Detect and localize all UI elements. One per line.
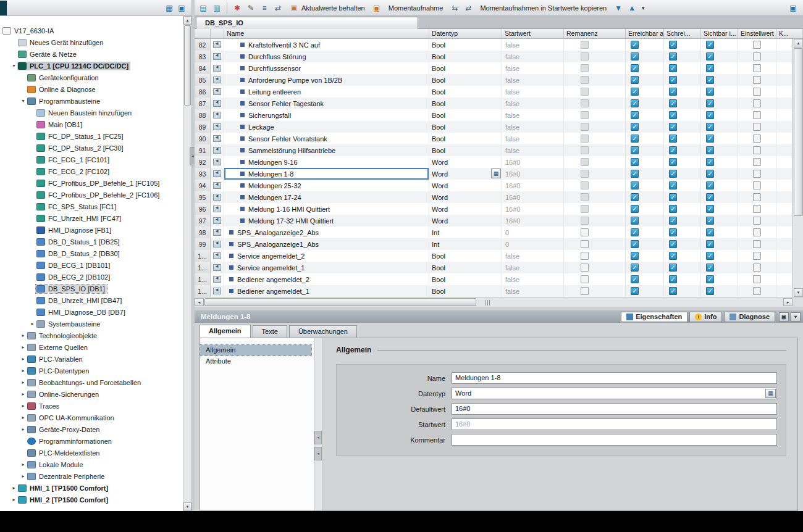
scroll-left-icon[interactable]: ◄ (195, 298, 204, 306)
properties-nav-item[interactable]: Allgemein (200, 345, 311, 355)
tree-item[interactable]: FC_Uhrzeit_HMI [FC47] (0, 212, 183, 224)
scrollbar-thumb[interactable] (184, 25, 191, 106)
table-vertical-scrollbar[interactable]: ▲ ▼ (792, 39, 803, 297)
tree-item[interactable]: ▸ Geräte-Proxy-Daten (0, 423, 183, 435)
table-row[interactable]: 1... Bediener angemeldet_1 Bool ▦ false (195, 285, 792, 297)
schreibbar-checkbox[interactable]: ✓ (669, 111, 677, 119)
tree-item[interactable]: ▸ HMI_1 [TP1500 Comfort] (0, 482, 183, 494)
tab-diagnose[interactable]: Diagnose (724, 312, 775, 322)
properties-tab[interactable]: Überwachungen (289, 325, 357, 338)
sichtbar-checkbox[interactable]: ✓ (706, 123, 714, 131)
insert-row-icon[interactable]: ▤ (197, 2, 209, 14)
tree-item[interactable]: DB_SPS_IO [DB1] (0, 283, 183, 294)
kommentar-cell[interactable] (776, 121, 792, 133)
datatype-cell[interactable]: Word ▦ (429, 203, 502, 215)
sichtbar-checkbox[interactable]: ✓ (706, 64, 714, 72)
sichtbar-checkbox[interactable]: ✓ (706, 88, 714, 96)
erreichbar-checkbox[interactable]: ✓ (631, 146, 639, 154)
datatype-cell[interactable]: Word ▦ (429, 191, 502, 203)
einstellwert-checkbox[interactable] (753, 76, 761, 84)
col-erreichbar[interactable]: Erreichbar a... (626, 29, 664, 38)
name-cell[interactable]: Service angemeldet_2 (224, 250, 429, 262)
refresh-interface-icon[interactable]: ⇄ (272, 2, 284, 14)
einstellwert-checkbox[interactable] (753, 228, 761, 236)
add-row-icon[interactable]: ▥ (211, 2, 223, 14)
kommentar-cell[interactable] (776, 285, 792, 297)
name-cell[interactable]: Leckage (224, 121, 429, 133)
remanenz-checkbox[interactable] (581, 228, 589, 236)
tree-item[interactable]: DB_D_Status_2 [DB30] (0, 247, 183, 259)
nav-collapse-handle[interactable]: ◂ (314, 431, 322, 444)
sichtbar-checkbox[interactable]: ✓ (706, 99, 714, 107)
pane-splitter-grip[interactable] (482, 299, 492, 305)
name-cell[interactable]: SPS_Analoganzeige1_Abs (224, 238, 429, 250)
schreibbar-checkbox[interactable]: ✓ (669, 287, 677, 295)
expander-arrow-icon[interactable]: ▸ (20, 368, 27, 373)
erreichbar-checkbox[interactable]: ✓ (631, 264, 639, 272)
erreichbar-checkbox[interactable]: ✓ (631, 111, 639, 119)
tree-item[interactable]: DB_D_Status_1 [DB25] (0, 236, 183, 247)
remanenz-checkbox[interactable] (581, 88, 589, 96)
datatype-cell[interactable]: Word ▦ (429, 156, 502, 168)
einstellwert-checkbox[interactable] (753, 240, 761, 248)
table-row[interactable]: 87 Sensor Fehler Tagestank Bool ▦ false (195, 98, 792, 109)
tree-item[interactable]: Main [OB1] (0, 118, 183, 130)
tree-item[interactable]: ▸ OPC UA-Kommunikation (0, 412, 183, 423)
scrollbar-thumb[interactable] (794, 48, 803, 216)
sichtbar-checkbox[interactable]: ✓ (706, 193, 714, 201)
name-cell[interactable]: Durchflusssensor (224, 62, 429, 74)
startvalue-cell[interactable]: 0 (502, 227, 564, 238)
remanenz-checkbox[interactable] (581, 181, 589, 189)
kommentar-cell[interactable] (776, 98, 792, 109)
schreibbar-checkbox[interactable]: ✓ (669, 228, 677, 236)
expander-arrow-icon[interactable]: ▸ (29, 321, 36, 326)
table-row[interactable]: 85 Anforderung Pumpe von 1B/2B Bool ▦ fa… (195, 74, 792, 86)
sichtbar-checkbox[interactable]: ✓ (706, 217, 714, 225)
startvalue-cell[interactable]: false (502, 285, 564, 297)
erreichbar-checkbox[interactable]: ✓ (631, 88, 639, 96)
name-cell[interactable]: Leitung entleeren (224, 86, 429, 98)
schreibbar-checkbox[interactable]: ✓ (669, 76, 677, 84)
tree-item[interactable]: V17_6630-IA (0, 25, 183, 36)
tree-item[interactable]: HMI_Diagnose [FB1] (0, 224, 183, 236)
remanenz-checkbox[interactable] (581, 205, 589, 213)
schreibbar-checkbox[interactable]: ✓ (669, 64, 677, 72)
tree-item[interactable]: DB_Uhrzeit_HMI [DB47] (0, 294, 183, 306)
startvalue-cell[interactable]: false (502, 74, 564, 86)
name-cell[interactable]: Sensor Fehler Vorratstank (224, 133, 429, 144)
einstellwert-checkbox[interactable] (753, 217, 761, 225)
tree-item[interactable]: FC_Profibus_DP_Befehle_1 [FC105] (0, 177, 183, 189)
expander-arrow-icon[interactable]: ▸ (11, 485, 17, 491)
startvalue-cell[interactable]: false (502, 133, 564, 144)
erreichbar-checkbox[interactable]: ✓ (631, 217, 639, 225)
tree-item[interactable]: ▸ HMI_2 [TP1500 Comfort] (0, 494, 183, 505)
scroll-up-icon[interactable]: ▲ (794, 39, 803, 48)
einstellwert-checkbox[interactable] (753, 264, 761, 272)
startvalue-cell[interactable]: 16#0 (502, 215, 564, 227)
tree-item[interactable]: Neues Gerät hinzufügen (0, 36, 183, 48)
nav-splitter[interactable]: ◂ ◂ (314, 338, 322, 510)
table-row[interactable]: 84 Durchflusssensor Bool ▦ false (195, 62, 792, 74)
tree-item[interactable]: FC_ECG_1 [FC101] (0, 154, 183, 165)
tree-item[interactable]: ▾ Programmbausteine (0, 95, 183, 107)
sichtbar-checkbox[interactable]: ✓ (706, 52, 714, 60)
datatype-cell[interactable]: Bool ▦ (429, 74, 502, 86)
table-row[interactable]: 86 Leitung entleeren Bool ▦ false (195, 86, 792, 98)
tree-item[interactable]: FC_DP_Status_1 [FC25] (0, 130, 183, 142)
startvalue-cell[interactable]: false (502, 273, 564, 285)
tree-item[interactable]: Geräte & Netze (0, 48, 183, 60)
startvalue-cell[interactable]: 16#0 (502, 180, 564, 191)
startvalue-cell[interactable]: false (502, 144, 564, 156)
tree-item[interactable]: Programminformationen (0, 435, 183, 447)
startvalue-cell[interactable]: false (502, 51, 564, 62)
remanenz-checkbox[interactable] (581, 217, 589, 225)
schreibbar-checkbox[interactable]: ✓ (669, 193, 677, 201)
startvalue-cell[interactable]: false (502, 98, 564, 109)
erreichbar-checkbox[interactable]: ✓ (631, 252, 639, 260)
col-remanenz[interactable]: Remanenz (564, 29, 626, 38)
new-window-icon[interactable]: ▣ (175, 2, 188, 14)
table-row[interactable]: 91 Sammelstörung Hilfsantriebe Bool ▦ fa… (195, 144, 792, 156)
datatype-cell[interactable]: Bool ▦ (429, 262, 502, 273)
scroll-right-icon[interactable]: ► (783, 298, 792, 306)
name-cell[interactable]: Meldungen 25-32 (224, 180, 429, 191)
